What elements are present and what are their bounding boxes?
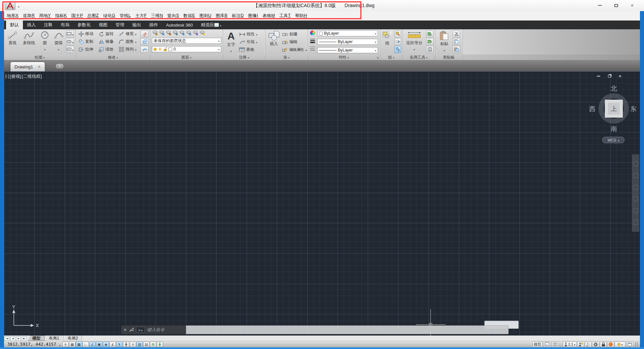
text-button[interactable]: A 文字 (224, 30, 238, 54)
insert-block-button[interactable]: 插入 (267, 30, 281, 54)
layout-preview-button[interactable] (551, 342, 559, 347)
table-button[interactable]: 表格 (239, 46, 257, 54)
command-prompt-area[interactable]: 键入命令 (121, 325, 186, 334)
command-customize-icon[interactable] (129, 327, 134, 332)
line-button[interactable]: 直线 (5, 30, 20, 54)
layer-tool-layer-properties[interactable] (152, 30, 158, 36)
recent-commands-button[interactable] (136, 327, 145, 333)
panel-label-layers[interactable]: 图层 (150, 55, 223, 60)
layout-tab-model[interactable]: 模型 (28, 336, 45, 341)
model-space-button[interactable]: 模型 (533, 342, 543, 347)
viewcube-north[interactable]: 北 (611, 84, 617, 93)
group-select-toggle[interactable] (394, 46, 401, 53)
object-color-dropdown[interactable]: ByLayer (317, 30, 378, 36)
ribbon-tab-manage[interactable]: 管理 (111, 21, 128, 29)
menu-item-8[interactable]: 土方F (135, 13, 147, 19)
status-toggle-3d-object-snap[interactable]: ◈ (103, 342, 109, 347)
annotation-autoscale-button[interactable] (585, 342, 591, 347)
copy-clip-button[interactable] (453, 38, 460, 45)
paste-button[interactable]: 粘贴 (437, 30, 451, 54)
group-edit-button[interactable] (394, 30, 401, 37)
menu-item-6[interactable]: 绿化G (103, 13, 115, 19)
ucs-icon[interactable]: Y X (9, 304, 42, 331)
group-add-remove-button[interactable] (394, 38, 401, 45)
status-toggle-object-snap[interactable]: ▣ (96, 342, 102, 347)
panel-label-block[interactable]: 块 (265, 55, 308, 60)
layout-nav-button-previous[interactable]: ◀ (10, 337, 15, 341)
new-tab-button[interactable] (55, 63, 64, 69)
minimize-button[interactable] (596, 3, 604, 8)
command-close-icon[interactable] (124, 327, 127, 333)
circle-button[interactable]: 圆 (38, 30, 51, 54)
status-toggle-grid-display[interactable]: ▩ (76, 342, 82, 347)
rectangle-button[interactable] (66, 30, 74, 37)
ribbon-tab-addins[interactable]: 插件 (145, 21, 162, 29)
status-toggle-quick-properties[interactable]: ▤ (143, 342, 150, 347)
status-toggle-annotation-monitor[interactable]: ╋ (157, 342, 163, 347)
status-toggle-selection-cycling[interactable]: ⊞ (150, 342, 156, 347)
layer-tool-layer-next[interactable] (186, 30, 192, 36)
dimension-linear-button[interactable]: 线性 (239, 30, 257, 38)
join-button[interactable] (140, 46, 149, 53)
status-toggle-polar-tracking[interactable]: ∠ (89, 342, 96, 347)
nav-segment[interactable] (633, 196, 638, 201)
panel-label-draw[interactable]: 绘图 (4, 55, 76, 60)
layer-tool-layer-unisolate[interactable] (172, 30, 178, 36)
annotation-scale-button[interactable]: 1:1 (563, 342, 577, 347)
clean-screen-button[interactable] (626, 342, 633, 347)
status-toggle-object-snap-tracking[interactable]: ∡ (109, 342, 116, 347)
maximize-button[interactable] (612, 3, 620, 8)
nav-segment[interactable] (633, 173, 638, 178)
explode-button[interactable] (140, 38, 149, 45)
panel-label-clipboard[interactable]: 剪贴板 (435, 55, 463, 60)
viewport-preview-button[interactable] (543, 342, 551, 347)
doc-minimize-button[interactable] (596, 74, 601, 78)
drawing-canvas[interactable]: [-] [俯视] [二维线框] 北 西 东 南 上 WCS Y X (4, 71, 640, 336)
viewport-view-control[interactable]: [俯视] (10, 73, 21, 80)
ribbon-tab-parametric[interactable]: 参数化 (73, 21, 95, 29)
group-button[interactable]: 组 (381, 30, 394, 54)
panel-label-annotate[interactable]: 注释 (223, 55, 265, 60)
viewcube-south[interactable]: 南 (611, 125, 617, 133)
app-menu-arrow-icon[interactable] (16, 3, 21, 8)
nav-segment[interactable] (633, 161, 638, 166)
menu-item-12[interactable]: 图则U (199, 13, 211, 19)
viewport-menu-control[interactable]: [-] (5, 73, 9, 80)
menu-item-14[interactable]: 标注D (232, 13, 244, 19)
ribbon-tab-a360[interactable]: Autodesk 360 (162, 21, 197, 29)
status-toggle-dynamic-input[interactable]: ╋ (123, 342, 129, 347)
select-all-button[interactable] (426, 38, 433, 45)
status-toggle-transparency[interactable]: ▨ (136, 342, 143, 347)
nav-segment[interactable] (633, 208, 638, 213)
lineweight-dropdown[interactable]: ByLayer (317, 39, 378, 45)
linetype-icon[interactable] (310, 46, 315, 51)
layer-tool-layer-previous[interactable] (179, 30, 185, 36)
array-button[interactable]: 阵列 (119, 45, 136, 53)
mirror-button[interactable]: 镜像 (99, 38, 114, 45)
menu-item-15[interactable]: 图像I (248, 13, 258, 19)
ribbon-tab-annotate[interactable]: 注释 (40, 21, 57, 29)
linetype-dropdown[interactable]: ByLayer (317, 47, 378, 53)
layer-tool-layer-freeze[interactable] (192, 30, 198, 36)
performance-button[interactable] (607, 342, 614, 347)
cut-button[interactable] (453, 30, 460, 37)
wcs-dropdown[interactable]: WCS (602, 137, 624, 143)
menu-item-11[interactable]: 数据E (183, 13, 195, 19)
status-toggle-ortho-mode[interactable]: ∟ (83, 342, 89, 347)
menu-item-9[interactable]: 三维N (151, 13, 163, 19)
menu-item-10[interactable]: 竖向S (167, 13, 179, 19)
move-button[interactable]: 移动 (78, 30, 93, 38)
lineweight-icon[interactable] (310, 38, 315, 43)
workspace-switching-button[interactable] (592, 342, 599, 347)
file-tab-drawing1[interactable]: Drawing1 (10, 62, 45, 71)
block-edit-attributes-button[interactable]: 编辑属性 (282, 46, 307, 54)
toolbar-lock-button[interactable] (600, 342, 607, 347)
block-edit-button[interactable]: 编辑 (282, 38, 307, 46)
layer-tool-layer-state[interactable] (159, 30, 165, 36)
close-tab-icon[interactable] (38, 64, 41, 69)
erase-button[interactable] (140, 30, 149, 37)
block-create-button[interactable]: 创建 (282, 30, 307, 38)
ribbon-tab-output[interactable]: 输出 (128, 21, 145, 29)
menu-item-7[interactable]: 管线L (120, 13, 131, 19)
nav-segment[interactable] (633, 185, 638, 190)
